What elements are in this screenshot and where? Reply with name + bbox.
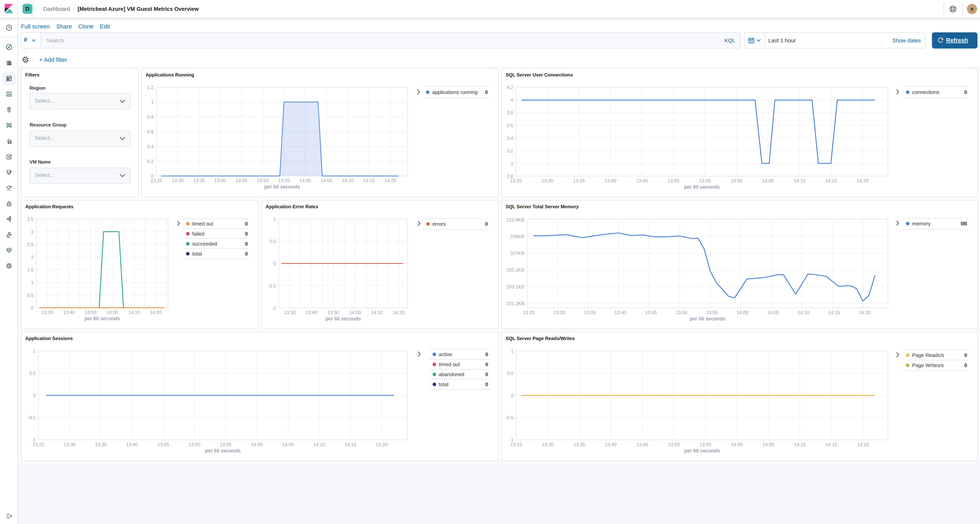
svg-text:13:25: 13:25	[523, 310, 535, 315]
svg-text:13:30: 13:30	[284, 310, 296, 315]
svg-text:13:50: 13:50	[675, 310, 687, 315]
svg-text:14:05: 14:05	[762, 178, 774, 183]
svg-text:3.6: 3.6	[507, 123, 513, 128]
svg-text:14:10: 14:10	[794, 178, 805, 183]
svg-text:13:45: 13:45	[636, 442, 648, 447]
svg-text:14:00: 14:00	[299, 178, 311, 183]
svg-text:14:20: 14:20	[859, 310, 870, 315]
svg-text:13:35: 13:35	[95, 442, 107, 447]
svg-text:13:55: 13:55	[220, 442, 231, 447]
svg-text:13:50: 13:50	[257, 178, 269, 183]
svg-text:14:15: 14:15	[825, 178, 837, 183]
svg-text:13:40: 13:40	[63, 310, 75, 315]
svg-text:-0.5: -0.5	[506, 415, 514, 420]
svg-text:0: 0	[33, 393, 36, 398]
svg-text:0.4: 0.4	[147, 144, 154, 149]
svg-text:4.2: 4.2	[507, 85, 513, 90]
svg-text:14:00: 14:00	[251, 442, 262, 447]
svg-text:-0.5: -0.5	[268, 283, 276, 288]
svg-text:per 60 seconds: per 60 seconds	[264, 184, 300, 190]
svg-text:14:05: 14:05	[767, 310, 779, 315]
svg-text:14:10: 14:10	[342, 178, 353, 183]
svg-text:14:20: 14:20	[857, 178, 869, 183]
svg-text:0: 0	[31, 305, 33, 311]
svg-text:14:15: 14:15	[363, 178, 375, 183]
svg-text:13:30: 13:30	[64, 442, 75, 447]
svg-text:13:55: 13:55	[699, 178, 711, 183]
svg-text:3.5: 3.5	[27, 217, 33, 222]
svg-text:3.4: 3.4	[507, 135, 513, 141]
svg-text:1.2: 1.2	[147, 85, 154, 90]
svg-text:0.5: 0.5	[27, 293, 33, 298]
svg-text:13:50: 13:50	[189, 442, 200, 447]
svg-text:13:40: 13:40	[605, 178, 616, 183]
svg-text:per 60 seconds: per 60 seconds	[684, 448, 720, 453]
svg-text:1: 1	[33, 348, 36, 354]
svg-text:14:05: 14:05	[282, 442, 294, 447]
svg-text:0: 0	[511, 393, 514, 398]
svg-text:14:20: 14:20	[857, 442, 869, 447]
svg-text:0.5: 0.5	[29, 371, 36, 376]
svg-text:per 60 seconds: per 60 seconds	[325, 316, 361, 322]
svg-text:209KB: 209KB	[510, 234, 524, 239]
svg-text:14:10: 14:10	[371, 310, 383, 315]
svg-text:14:15: 14:15	[345, 442, 356, 447]
svg-text:207KB: 207KB	[510, 251, 524, 256]
svg-text:13:50: 13:50	[85, 310, 96, 315]
svg-text:13:50: 13:50	[668, 442, 680, 447]
svg-text:3: 3	[31, 229, 33, 234]
svg-text:13:45: 13:45	[645, 310, 657, 315]
svg-text:0.5: 0.5	[269, 239, 276, 244]
svg-text:3.2: 3.2	[507, 148, 513, 154]
svg-text:14:20: 14:20	[393, 310, 404, 315]
svg-text:1.5: 1.5	[27, 267, 33, 272]
svg-text:14:10: 14:10	[798, 310, 810, 315]
svg-text:1: 1	[151, 99, 154, 105]
svg-text:203.1KB: 203.1KB	[506, 284, 524, 290]
svg-text:2: 2	[31, 255, 33, 260]
svg-text:13:35: 13:35	[573, 178, 585, 183]
svg-text:14:20: 14:20	[150, 310, 162, 315]
svg-text:14:00: 14:00	[349, 310, 361, 315]
svg-text:13:40: 13:40	[305, 310, 317, 315]
svg-text:13:35: 13:35	[584, 310, 596, 315]
svg-text:3: 3	[511, 161, 513, 166]
svg-text:13:30: 13:30	[41, 310, 53, 315]
svg-text:14:10: 14:10	[794, 442, 806, 447]
svg-text:13:30: 13:30	[541, 178, 553, 183]
svg-text:14:10: 14:10	[313, 442, 325, 447]
svg-text:per 60 seconds: per 60 seconds	[684, 184, 720, 190]
svg-text:14:00: 14:00	[731, 178, 743, 183]
svg-text:13:50: 13:50	[328, 310, 339, 315]
svg-text:0.5: 0.5	[507, 371, 514, 376]
svg-text:1: 1	[511, 348, 514, 354]
svg-text:13:25: 13:25	[511, 442, 522, 447]
svg-text:13:35: 13:35	[193, 178, 205, 183]
svg-text:210.9KB: 210.9KB	[506, 217, 524, 222]
svg-text:1: 1	[274, 217, 276, 222]
svg-text:per 60 seconds: per 60 seconds	[205, 448, 241, 453]
svg-text:13:35: 13:35	[573, 442, 585, 447]
svg-text:13:25: 13:25	[33, 442, 44, 447]
svg-text:0.2: 0.2	[147, 159, 154, 164]
svg-text:201.2KB: 201.2KB	[506, 301, 524, 306]
svg-text:0.6: 0.6	[147, 129, 154, 134]
svg-text:14:20: 14:20	[384, 178, 396, 183]
svg-text:14:00: 14:00	[737, 310, 748, 315]
svg-text:13:40: 13:40	[126, 442, 138, 447]
svg-text:13:45: 13:45	[235, 178, 247, 183]
svg-text:per 60 seconds: per 60 seconds	[690, 316, 725, 322]
svg-text:13:40: 13:40	[614, 310, 626, 315]
svg-text:13:30: 13:30	[553, 310, 565, 315]
svg-text:0: 0	[274, 261, 276, 266]
svg-text:13:55: 13:55	[278, 178, 290, 183]
svg-text:-0.5: -0.5	[28, 415, 36, 420]
svg-text:13:30: 13:30	[542, 442, 554, 447]
svg-text:4: 4	[511, 97, 513, 103]
svg-text:14:10: 14:10	[128, 310, 140, 315]
svg-text:14:20: 14:20	[376, 442, 388, 447]
svg-text:14:15: 14:15	[826, 442, 837, 447]
svg-text:13:25: 13:25	[151, 178, 162, 183]
svg-text:13:55: 13:55	[700, 442, 711, 447]
svg-text:13:40: 13:40	[215, 178, 226, 183]
